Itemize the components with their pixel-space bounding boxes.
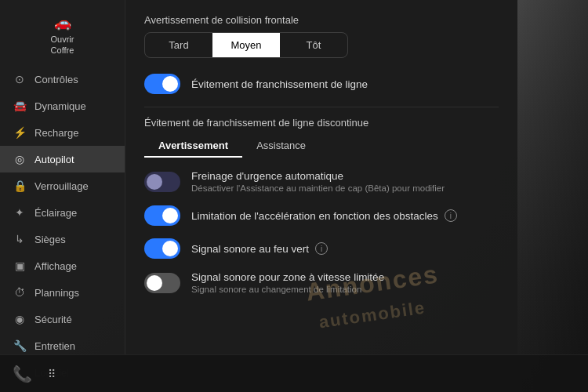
sidebar-label-affichage: Affichage (34, 260, 77, 272)
sidebar-label-autopilot: Autopilot (34, 154, 74, 165)
dynamique-icon: 🚘 (13, 100, 27, 112)
acceleration-limit-label: Limitation de l'accélération en fonction… (191, 209, 499, 222)
sidebar-item-dynamique[interactable]: 🚘 Dynamique (0, 93, 125, 119)
sidebar-item-controles[interactable]: ⊙ Contrôles (0, 66, 125, 93)
acceleration-info-icon[interactable]: i (445, 209, 457, 222)
sidebar: 🚗 Ouvrir Coffre ⊙ Contrôles 🚘 Dynamique … (0, 0, 125, 392)
green-light-info-icon[interactable]: i (315, 242, 328, 255)
controles-icon: ⊙ (13, 73, 27, 85)
speed-zone-row: Signal sonore pour zone à vitesse limité… (144, 271, 499, 294)
sidebar-label-dynamique: Dynamique (34, 100, 86, 112)
affichage-icon: ▣ (13, 260, 27, 272)
green-light-row: Signal sonore au feu vert i (144, 238, 499, 259)
content-area: Avertissement de collision frontale Tard… (125, 0, 517, 392)
open-trunk-section: 🚗 Ouvrir Coffre (0, 8, 125, 66)
right-panel (517, 0, 588, 392)
speed-zone-label: Signal sonore pour zone à vitesse limité… (191, 271, 499, 294)
green-light-toggle[interactable] (144, 238, 180, 259)
collision-option-tot[interactable]: Tôt (280, 33, 347, 57)
phone-icon[interactable]: 📞 (13, 365, 32, 383)
lane-departure-title: Évitement de franchissement de ligne dis… (144, 117, 499, 129)
lane-departure-tabs: Avertissement Assistance (144, 135, 499, 156)
sidebar-item-sieges[interactable]: ↳ Sièges (0, 226, 125, 252)
sidebar-label-securite: Sécurité (34, 314, 72, 325)
emergency-braking-toggle[interactable] (144, 172, 180, 192)
bottom-dots-icon[interactable]: ⠿ (48, 368, 56, 380)
divider-1 (144, 107, 499, 107)
eclairage-icon: ✦ (13, 206, 27, 219)
sidebar-nav: ⊙ Contrôles 🚘 Dynamique ⚡ Recharge ◎ Aut… (0, 66, 125, 392)
sidebar-label-entretien: Entretien (34, 340, 75, 352)
collision-options-group: Tard Moyen Tôt (144, 32, 348, 58)
securite-icon: ◉ (13, 313, 27, 325)
open-trunk-line1: Ouvrir (51, 34, 74, 44)
car-icon: 🚗 (54, 14, 71, 31)
entretien-icon: 🔧 (13, 339, 27, 352)
lane-departure-section: Évitement de franchissement de ligne dis… (144, 117, 499, 156)
speed-zone-sublabel: Signal sonore au changement de limitatio… (191, 285, 499, 294)
open-trunk-button[interactable]: 🚗 Ouvrir Coffre (9, 14, 115, 55)
tab-avertissement[interactable]: Avertissement (144, 135, 242, 156)
sidebar-item-securite[interactable]: ◉ Sécurité (0, 306, 125, 332)
sidebar-label-eclairage: Éclairage (34, 207, 77, 219)
lane-keeping-label: Évitement de franchissement de ligne (191, 78, 499, 90)
sidebar-item-affichage[interactable]: ▣ Affichage (0, 252, 125, 279)
autopilot-icon: ◎ (13, 153, 27, 165)
speed-zone-toggle[interactable] (144, 273, 180, 293)
green-light-label-row: Signal sonore au feu vert i (191, 242, 499, 255)
sidebar-item-verrouillage[interactable]: 🔒 Verrouillage (0, 172, 125, 199)
sidebar-label-recharge: Recharge (34, 127, 78, 139)
sidebar-label-controles: Contrôles (34, 74, 78, 85)
collision-section: Avertissement de collision frontale Tard… (144, 14, 499, 58)
sidebar-label-verrouillage: Verrouillage (34, 180, 89, 192)
sidebar-item-autopilot[interactable]: ◎ Autopilot (0, 146, 125, 172)
bottom-bar: 📞 ⠿ (0, 354, 588, 392)
acceleration-limit-toggle[interactable] (144, 205, 180, 226)
emergency-braking-sublabel: Désactiver l'Assistance au maintien de c… (191, 183, 499, 193)
emergency-braking-label: Freinage d'urgence automatique Désactive… (191, 170, 499, 193)
main-container: 🚗 Ouvrir Coffre ⊙ Contrôles 🚘 Dynamique … (0, 0, 588, 392)
emergency-braking-row: Freinage d'urgence automatique Désactive… (144, 170, 499, 193)
sidebar-item-recharge[interactable]: ⚡ Recharge (0, 119, 125, 146)
collision-option-moyen[interactable]: Moyen (212, 33, 280, 57)
right-panel-inner (517, 0, 588, 392)
sieges-icon: ↳ (13, 233, 27, 245)
sidebar-label-plannings: Plannings (34, 287, 79, 299)
plannings-icon: ⏱ (13, 286, 27, 299)
open-trunk-line2: Coffre (51, 45, 74, 55)
green-light-label: Signal sonore au feu vert i (191, 242, 499, 255)
verrouillage-icon: 🔒 (13, 180, 27, 192)
tab-assistance[interactable]: Assistance (242, 135, 320, 156)
sidebar-item-plannings[interactable]: ⏱ Plannings (0, 279, 125, 306)
recharge-icon: ⚡ (13, 126, 27, 139)
lane-keeping-row: Évitement de franchissement de ligne (144, 74, 499, 94)
lane-keeping-toggle[interactable] (144, 74, 180, 94)
sidebar-label-sieges: Sièges (34, 234, 66, 245)
collision-title: Avertissement de collision frontale (144, 14, 499, 26)
collision-option-tard[interactable]: Tard (145, 33, 212, 57)
sidebar-item-eclairage[interactable]: ✦ Éclairage (0, 199, 125, 226)
acceleration-limit-row: Limitation de l'accélération en fonction… (144, 205, 499, 226)
acceleration-label-row: Limitation de l'accélération en fonction… (191, 209, 499, 222)
